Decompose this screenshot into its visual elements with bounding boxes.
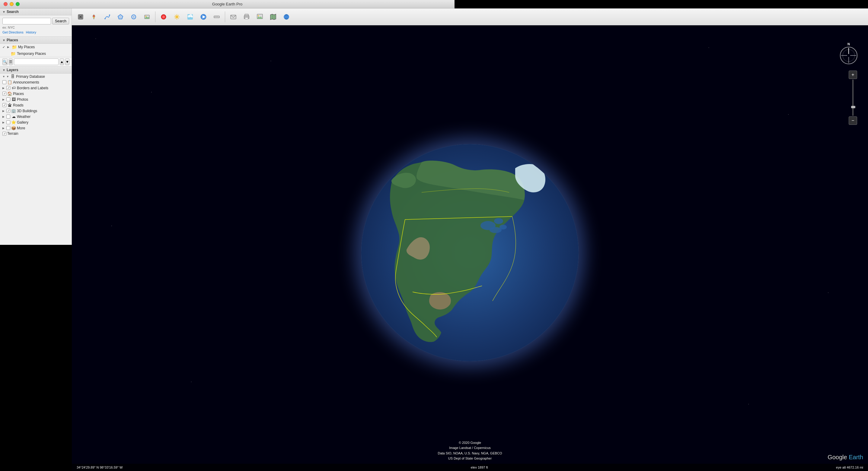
layer-borders-labels[interactable]: ▶ ✓ 🏷 Borders and Labels	[0, 85, 71, 91]
svg-marker-41	[271, 14, 276, 20]
titlebar-buttons	[4, 2, 20, 6]
sky-tool-button[interactable]	[184, 10, 196, 23]
layer-borders-check[interactable]: ✓	[6, 86, 10, 90]
my-places-item[interactable]: ✓ ▶ 📁 My Places	[0, 44, 71, 51]
svg-point-5	[104, 18, 105, 19]
my-places-check: ✓	[2, 45, 6, 49]
svg-line-21	[178, 18, 179, 19]
map-area[interactable]: N + − © 2020 Google Image Land	[72, 25, 455, 245]
placemark-tool-button[interactable]	[88, 10, 100, 23]
layer-terrain-check[interactable]: ✓	[2, 132, 6, 136]
layer-gallery[interactable]: ▶ ⭐ Gallery	[0, 120, 71, 125]
places-section-title: Places	[7, 38, 18, 42]
layer-primary-database[interactable]: ▼ ▼ 🗄 Primary Database	[0, 74, 71, 79]
layer-announcements-icon: 📋	[7, 80, 12, 85]
list-view-button[interactable]: ☰	[9, 59, 13, 65]
sun-tool-button[interactable]	[170, 10, 183, 23]
save-image-tool-button[interactable]	[253, 10, 266, 23]
search-button[interactable]: Search	[52, 18, 69, 25]
layer-more-label: More	[17, 126, 25, 130]
circle-tool-button[interactable]	[127, 10, 140, 23]
layer-roads-check[interactable]: ✓	[2, 103, 6, 107]
layer-3d-check[interactable]: ✓	[6, 109, 10, 113]
earth-container[interactable]: N + − © 2020 Google Image Land	[72, 25, 455, 245]
tour-play-button[interactable]	[197, 10, 210, 23]
layer-roads-icon: 🛣	[7, 103, 12, 107]
globe-landmass	[361, 144, 455, 245]
record-tour-button[interactable]	[157, 10, 170, 23]
svg-line-23	[175, 18, 176, 19]
layer-3d-arrow: ▶	[2, 109, 5, 112]
places-search-input[interactable]	[14, 59, 59, 65]
layers-section: ▼ Layers ▼ ▼ 🗄 Primary Database 📋 Announ…	[0, 67, 71, 245]
layer-announcements-check[interactable]	[2, 80, 6, 84]
move-up-button[interactable]: ▲	[60, 59, 64, 65]
layer-weather-check[interactable]	[6, 114, 10, 119]
temporary-places-label: Temporary Places	[17, 52, 46, 56]
temporary-places-item[interactable]: 📁 Temporary Places	[0, 51, 71, 57]
svg-point-46	[284, 15, 289, 19]
layer-borders-arrow: ▶	[2, 87, 5, 90]
layers-section-arrow: ▼	[2, 68, 5, 72]
layer-gallery-label: Gallery	[17, 120, 28, 125]
titlebar: Google Earth Pro	[0, 0, 455, 8]
search-area: Search ex: NYC Get Directions History	[0, 15, 71, 37]
search-places-button[interactable]: 🔍	[2, 59, 7, 65]
layer-borders-icon: 🏷	[11, 86, 16, 90]
svg-rect-37	[245, 18, 248, 19]
layer-photos-check[interactable]	[6, 97, 10, 101]
earth-globe[interactable]	[361, 144, 455, 245]
layer-gallery-arrow: ▶	[2, 121, 5, 124]
svg-point-4	[93, 15, 95, 16]
temp-places-icon: 📁	[10, 51, 16, 56]
layer-more-check[interactable]	[6, 126, 10, 130]
svg-rect-30	[214, 16, 219, 18]
get-directions-link[interactable]: Get Directions	[2, 30, 24, 34]
layer-places-icon: 🏠	[7, 91, 12, 96]
move-down-button[interactable]: ▼	[65, 59, 69, 65]
svg-point-12	[145, 16, 146, 17]
layer-weather[interactable]: ▶ ☁ Weather	[0, 114, 71, 120]
layer-primary-db-icon: 🗄	[10, 74, 15, 79]
svg-point-40	[258, 15, 259, 16]
path-tool-button[interactable]	[101, 10, 114, 23]
layer-primary-db-label: Primary Database	[16, 74, 45, 79]
svg-line-22	[178, 15, 179, 15]
minimize-button[interactable]	[10, 2, 13, 6]
sidebar: ▼ Search Search ex: NYC Get Directions H…	[0, 8, 72, 245]
svg-marker-7	[118, 14, 123, 19]
print-tool-button[interactable]	[240, 10, 253, 23]
overlay-tool-button[interactable]	[141, 10, 153, 23]
history-link[interactable]: History	[26, 30, 36, 34]
layer-terrain[interactable]: ✓ Terrain	[0, 131, 71, 136]
maximize-button[interactable]	[16, 2, 20, 6]
email-tool-button[interactable]	[227, 10, 240, 23]
search-section-title: Search	[7, 10, 19, 14]
search-section-header[interactable]: ▼ Search	[0, 8, 71, 15]
layer-primary-db-arrow: ▼	[2, 75, 5, 78]
layer-3d-buildings[interactable]: ▶ ✓ 🏢 3D Buildings	[0, 108, 71, 114]
layer-terrain-label: Terrain	[7, 132, 19, 136]
layer-places-check[interactable]: ✓	[2, 92, 6, 96]
svg-line-20	[175, 15, 176, 15]
polygon-tool-button[interactable]	[114, 10, 127, 23]
close-button[interactable]	[4, 2, 7, 6]
layer-borders-label: Borders and Labels	[17, 86, 48, 90]
layer-places[interactable]: ✓ 🏠 Places	[0, 91, 71, 97]
layer-announcements-label: Announcements	[13, 80, 39, 85]
layer-photos[interactable]: ▶ 🖼 Photos	[0, 97, 71, 102]
layers-section-header[interactable]: ▼ Layers	[0, 67, 71, 74]
hand-tool-button[interactable]	[74, 10, 87, 23]
layer-gallery-check[interactable]	[6, 120, 10, 124]
water-tool-button[interactable]	[280, 10, 293, 23]
layer-gallery-icon: ⭐	[11, 120, 16, 125]
window-title: Google Earth Pro	[212, 2, 242, 6]
layer-roads[interactable]: ✓ 🛣 Roads	[0, 102, 71, 108]
search-input[interactable]	[2, 18, 51, 25]
layer-weather-arrow: ▶	[2, 115, 5, 118]
places-section-header[interactable]: ▼ Places	[0, 37, 71, 44]
ruler-tool-button[interactable]	[210, 10, 223, 23]
maps-tool-button[interactable]	[267, 10, 279, 23]
layer-more[interactable]: ▶ 📦 More	[0, 125, 71, 131]
layer-announcements[interactable]: 📋 Announcements	[0, 79, 71, 85]
